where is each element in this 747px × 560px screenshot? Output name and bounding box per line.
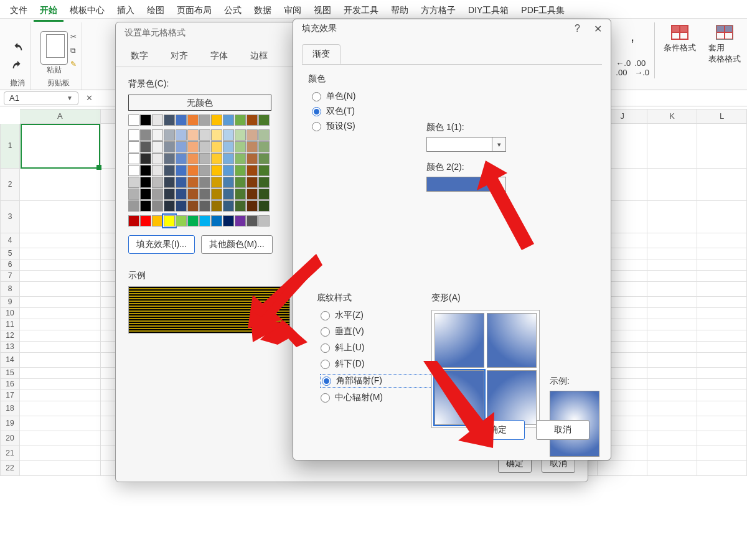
color-swatch[interactable] (247, 215, 258, 226)
color-swatch[interactable] (211, 200, 222, 212)
color-swatch[interactable] (223, 153, 234, 164)
color-swatch[interactable] (140, 215, 151, 226)
row-header[interactable]: 22 (0, 461, 20, 476)
formatpainter-icon[interactable]: ✎ (70, 60, 77, 68)
row-header[interactable]: 11 (0, 319, 20, 330)
cell[interactable] (20, 342, 101, 353)
color-swatch[interactable] (247, 165, 258, 176)
row-header[interactable]: 2 (0, 169, 20, 201)
color-swatch[interactable] (152, 189, 163, 200)
row-header[interactable]: 1 (0, 124, 20, 169)
color-swatch[interactable] (235, 165, 246, 176)
color-swatch[interactable] (235, 129, 246, 141)
cell[interactable] (20, 368, 101, 379)
cell[interactable] (647, 342, 697, 353)
row-header[interactable]: 12 (0, 330, 20, 342)
color-swatch[interactable] (152, 165, 163, 176)
cell[interactable] (697, 330, 747, 342)
color-swatch[interactable] (176, 165, 187, 176)
cell[interactable] (647, 379, 697, 390)
cell[interactable] (697, 431, 747, 446)
color-swatch[interactable] (235, 141, 246, 152)
cell[interactable] (20, 124, 101, 169)
cell[interactable] (647, 446, 697, 461)
row-header[interactable]: 14 (0, 353, 20, 368)
color-swatch[interactable] (235, 114, 246, 126)
color-swatch[interactable] (223, 129, 234, 141)
cell[interactable] (647, 390, 697, 401)
color-swatch[interactable] (152, 114, 163, 126)
radio-diag-up[interactable]: 斜上(U) (321, 342, 441, 353)
color-swatch[interactable] (235, 200, 246, 212)
color-swatch[interactable] (199, 114, 210, 126)
menu-pdf[interactable]: PDF工具集 (515, 2, 571, 20)
color-swatch[interactable] (164, 114, 175, 126)
copy-icon[interactable]: ⧉ (70, 46, 77, 55)
color-swatch[interactable] (258, 177, 270, 188)
row-header[interactable]: 7 (0, 271, 20, 282)
fill-cancel-button[interactable]: 取消 (536, 420, 590, 440)
color-swatch[interactable] (164, 177, 175, 188)
tab-font[interactable]: 字体 (207, 45, 232, 67)
color-swatch[interactable] (152, 215, 163, 226)
color-swatch[interactable] (187, 200, 199, 212)
color-swatch[interactable] (140, 114, 151, 126)
fill-ok-button[interactable]: 确定 (471, 420, 525, 440)
color-swatch[interactable] (187, 114, 199, 126)
row-header[interactable]: 16 (0, 379, 20, 390)
redo-icon[interactable] (11, 60, 24, 75)
color-swatch[interactable] (140, 177, 151, 188)
fill-effects-button[interactable]: 填充效果(I)... (128, 235, 195, 254)
cell[interactable] (647, 308, 697, 319)
cell[interactable] (697, 233, 747, 248)
radio-vertical[interactable]: 垂直(V) (321, 326, 441, 337)
cell[interactable] (20, 446, 101, 461)
color-swatch[interactable] (211, 165, 222, 176)
color-swatch[interactable] (164, 165, 175, 176)
color-swatch[interactable] (176, 200, 187, 212)
row-header[interactable]: 3 (0, 201, 20, 233)
radio-horizontal[interactable]: 水平(Z) (321, 310, 441, 321)
color-swatch[interactable] (187, 141, 199, 152)
cell[interactable] (647, 201, 697, 233)
color-swatch[interactable] (223, 165, 234, 176)
col-header-K[interactable]: K (647, 109, 697, 124)
row-header[interactable]: 17 (0, 390, 20, 401)
row-header[interactable]: 18 (0, 401, 20, 416)
cell[interactable] (20, 401, 101, 416)
menu-formula[interactable]: 公式 (218, 2, 248, 20)
color-swatch[interactable] (152, 200, 163, 212)
color-swatch[interactable] (128, 114, 139, 126)
cell[interactable] (20, 169, 101, 201)
row-header[interactable]: 8 (0, 282, 20, 297)
color-swatch[interactable] (128, 215, 139, 226)
color-swatch[interactable] (247, 177, 258, 188)
color-swatch[interactable] (164, 129, 175, 141)
table-format-button[interactable]: 套用 表格格式 (705, 22, 745, 67)
cell[interactable] (647, 401, 697, 416)
color-swatch[interactable] (199, 200, 210, 212)
color-swatch[interactable] (152, 177, 163, 188)
menu-pagelayout[interactable]: 页面布局 (171, 2, 218, 20)
color-swatch[interactable] (247, 153, 258, 164)
row-header[interactable]: 20 (0, 431, 20, 446)
color-swatch[interactable] (247, 200, 258, 212)
cell[interactable] (20, 308, 101, 319)
color-swatch[interactable] (199, 141, 210, 152)
cell[interactable] (20, 431, 101, 446)
row-header[interactable]: 6 (0, 259, 20, 271)
color-swatch[interactable] (223, 215, 234, 226)
color-swatch[interactable] (199, 153, 210, 164)
cell[interactable] (697, 390, 747, 401)
row-header[interactable]: 21 (0, 446, 20, 461)
row-header[interactable]: 15 (0, 368, 20, 379)
color-swatch[interactable] (128, 177, 139, 188)
cell[interactable] (647, 271, 697, 282)
cell[interactable] (647, 169, 697, 201)
color-swatch[interactable] (247, 114, 258, 126)
color-swatch[interactable] (247, 189, 258, 200)
no-color-button[interactable]: 无颜色 (128, 95, 271, 111)
cell[interactable] (647, 233, 697, 248)
cell[interactable] (697, 297, 747, 308)
help-icon[interactable]: ? (575, 23, 580, 34)
